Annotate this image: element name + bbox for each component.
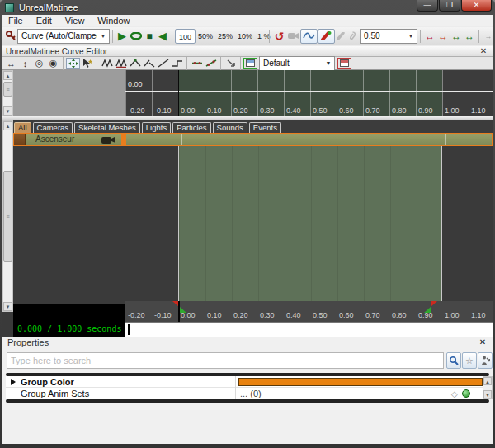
track-area-scrollbar[interactable]: ▲ ≡ ▼ bbox=[2, 120, 13, 312]
fit-sequence-icon[interactable]: ↔ bbox=[423, 29, 436, 44]
snap-size-dropdown[interactable]: 0.50 ▼ bbox=[360, 29, 417, 44]
search-button[interactable] bbox=[446, 352, 461, 369]
speed-button-10-[interactable]: 10% bbox=[235, 29, 255, 44]
tangent-auto-icon[interactable] bbox=[100, 58, 114, 69]
scroll-down-icon[interactable]: ▼ bbox=[483, 390, 492, 398]
title-bar[interactable]: UnrealMatinee — ❐ ✕ bbox=[0, 0, 495, 15]
add-item-icon[interactable] bbox=[462, 389, 470, 398]
scroll-up-icon[interactable]: ▲ bbox=[3, 121, 12, 130]
speed-button-25-[interactable]: 25% bbox=[215, 29, 235, 44]
show-all-keys-icon[interactable] bbox=[224, 58, 238, 69]
time-label-0.20: 0.20 bbox=[233, 311, 248, 319]
play-loop-icon[interactable] bbox=[129, 29, 143, 44]
tab-particles[interactable]: Particles bbox=[172, 122, 210, 133]
scroll-down-icon[interactable]: ▼ bbox=[3, 106, 12, 116]
fit-vertical-icon[interactable]: ↕ bbox=[18, 58, 32, 69]
actor-options-button[interactable] bbox=[478, 352, 493, 369]
range-edit-cursor bbox=[128, 324, 130, 335]
speed-button-100[interactable]: 100 bbox=[175, 29, 196, 44]
table-icon bbox=[340, 59, 349, 67]
fit-horizontal-icon[interactable]: ↔ bbox=[4, 58, 18, 69]
fixed-timestep-icon[interactable] bbox=[347, 29, 358, 44]
fit-loop-sequence-icon[interactable]: ↔ bbox=[463, 29, 476, 44]
menu-edit[interactable]: Edit bbox=[36, 16, 52, 26]
curve-grid[interactable]: 0.00 -0.20-0.100.000.100.200.300.400.500… bbox=[125, 70, 493, 116]
delete-tab-icon[interactable] bbox=[337, 58, 351, 69]
curve-track-list-panel[interactable] bbox=[13, 70, 125, 116]
end-of-track-icon[interactable]: →| bbox=[482, 29, 493, 44]
curve-time-cursor[interactable] bbox=[178, 70, 179, 116]
group-row-ascenseur[interactable]: Ascenseur bbox=[13, 133, 493, 146]
pan-edit-mode-icon[interactable] bbox=[66, 58, 80, 69]
create-tab-icon[interactable] bbox=[243, 58, 257, 69]
properties-close-icon[interactable]: ✕ bbox=[478, 337, 488, 347]
stop-icon[interactable]: ■ bbox=[143, 29, 156, 44]
fit-to-selection-icon[interactable]: ↔ bbox=[436, 29, 450, 44]
property-row-group-color[interactable]: Group Color bbox=[6, 376, 483, 388]
menu-file[interactable]: File bbox=[8, 16, 23, 26]
flatten-tangents-icon[interactable] bbox=[190, 58, 204, 69]
straighten-tangents-icon[interactable] bbox=[204, 58, 218, 69]
scrollbar-thumb[interactable]: ≡ bbox=[3, 82, 12, 97]
track-list-panel[interactable] bbox=[13, 146, 125, 301]
group-camera-icon[interactable] bbox=[101, 136, 116, 144]
snap-toggle-icon[interactable] bbox=[318, 29, 335, 44]
tangent-break-icon[interactable] bbox=[142, 58, 156, 69]
time-cursor[interactable] bbox=[178, 301, 180, 322]
reverse-icon[interactable]: ◀ bbox=[156, 29, 169, 44]
tab-cameras[interactable]: Cameras bbox=[33, 122, 73, 133]
scroll-down-icon[interactable]: ▼ bbox=[3, 302, 12, 311]
tab-events[interactable]: Events bbox=[249, 122, 281, 133]
speed-button-50-[interactable]: 50% bbox=[196, 29, 215, 44]
timeline-grid[interactable] bbox=[125, 146, 493, 301]
sequence-end-marker-icon[interactable] bbox=[431, 301, 437, 307]
fit-view-to-all-icon[interactable]: ◉ bbox=[46, 58, 60, 69]
tab-skeletal-meshes[interactable]: Skeletal Meshes bbox=[74, 122, 140, 133]
range-edit-strip[interactable] bbox=[125, 322, 493, 337]
scrollbar-thumb[interactable]: ≡ bbox=[3, 171, 12, 262]
property-label: Group Color bbox=[21, 377, 74, 387]
loop-section-icon[interactable]: ↺ bbox=[272, 29, 286, 44]
close-window-button[interactable]: ✕ bbox=[461, 0, 492, 12]
fit-loop-icon[interactable]: ↔ bbox=[450, 29, 463, 44]
properties-scrollbar[interactable]: ▲ ▼ bbox=[483, 376, 493, 399]
curve-tab-dropdown[interactable]: Default ▼ bbox=[259, 56, 335, 71]
curve-editor-close-icon[interactable]: ✕ bbox=[478, 46, 488, 56]
initial-curve-mode-dropdown[interactable]: Curve (Auto/Clamped) ▼ bbox=[17, 29, 110, 44]
playback-speed-group: 10050%25%10%1 % bbox=[175, 29, 266, 44]
tab-sounds[interactable]: Sounds bbox=[213, 122, 248, 133]
tangent-user-icon[interactable] bbox=[128, 58, 142, 69]
chevron-down-icon: ▼ bbox=[405, 33, 417, 39]
tangent-constant-icon[interactable] bbox=[170, 58, 184, 69]
group-divider-strip[interactable] bbox=[121, 134, 126, 145]
property-row-group-anim-sets[interactable]: Group Anim Sets ... (0) ◇ bbox=[6, 388, 483, 399]
maximize-button[interactable]: ❐ bbox=[439, 0, 460, 12]
search-input[interactable] bbox=[7, 352, 444, 369]
curve-editor-toggle-icon[interactable] bbox=[300, 29, 318, 44]
group-color-swatch[interactable] bbox=[238, 378, 483, 386]
favorites-button[interactable]: ☆ bbox=[462, 352, 477, 369]
minimize-button[interactable]: — bbox=[417, 0, 438, 12]
menu-view[interactable]: View bbox=[65, 16, 85, 26]
tab-lights[interactable]: Lights bbox=[142, 122, 171, 133]
play-icon[interactable]: ▶ bbox=[116, 29, 129, 44]
fit-view-to-selected-icon[interactable]: ◎ bbox=[32, 58, 46, 69]
tangent-auto-clamped-icon[interactable] bbox=[114, 58, 128, 69]
zoom-mode-icon[interactable] bbox=[80, 58, 94, 69]
scroll-up-icon[interactable]: ▲ bbox=[3, 71, 12, 80]
expander-arrow-icon[interactable] bbox=[11, 379, 16, 385]
group-color-cell[interactable] bbox=[14, 134, 26, 145]
clear-array-icon[interactable]: ◇ bbox=[451, 389, 458, 398]
person-wrench-icon bbox=[481, 356, 490, 365]
add-key-icon[interactable] bbox=[4, 29, 17, 44]
tangent-linear-icon[interactable] bbox=[156, 58, 170, 69]
time-ruler[interactable]: -0.20-0.100.000.100.200.300.400.500.600.… bbox=[125, 301, 493, 322]
tab-all[interactable]: All bbox=[14, 122, 31, 133]
timeline-body[interactable] bbox=[13, 146, 493, 301]
speed-button-1-[interactable]: 1 % bbox=[255, 29, 273, 44]
create-camera-icon[interactable] bbox=[286, 29, 300, 44]
snap-to-frames-icon[interactable] bbox=[335, 29, 347, 44]
menu-window[interactable]: Window bbox=[97, 16, 130, 26]
scroll-up-icon[interactable]: ▲ bbox=[483, 377, 492, 385]
curve-editor-scrollbar[interactable]: ▲ ≡ ▼ bbox=[2, 70, 13, 116]
